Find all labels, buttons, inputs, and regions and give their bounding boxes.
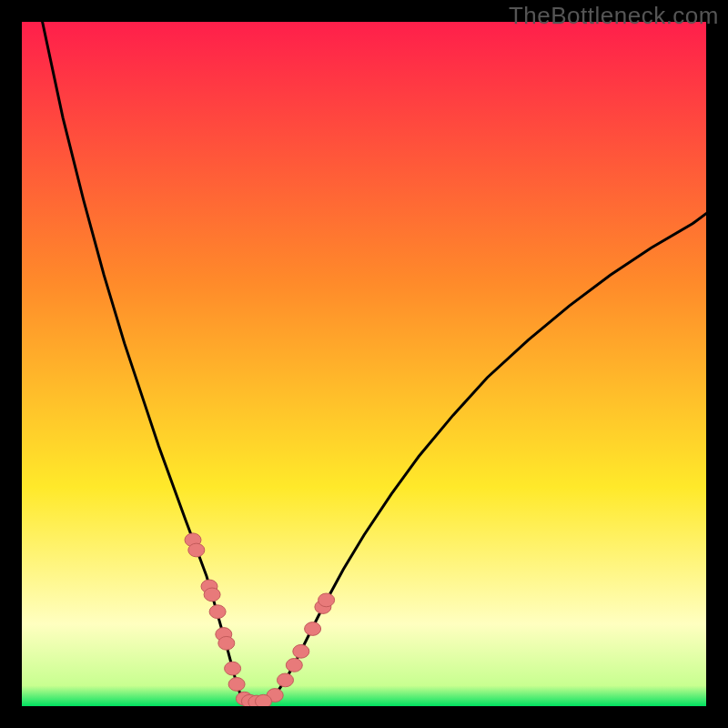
data-marker: [188, 543, 205, 557]
data-marker: [204, 588, 220, 602]
data-marker: [305, 622, 321, 636]
data-marker: [218, 636, 235, 650]
gradient-background: [22, 22, 706, 706]
data-marker: [318, 593, 335, 607]
data-marker: [286, 659, 302, 672]
data-marker: [256, 694, 272, 706]
watermark-text: TheBottleneck.com: [509, 2, 719, 30]
chart-frame: [22, 22, 706, 706]
bottleneck-chart: [22, 22, 706, 706]
data-marker: [228, 678, 245, 692]
data-marker: [209, 605, 226, 619]
data-marker: [278, 673, 294, 687]
data-marker: [225, 662, 241, 675]
data-marker: [293, 644, 309, 658]
